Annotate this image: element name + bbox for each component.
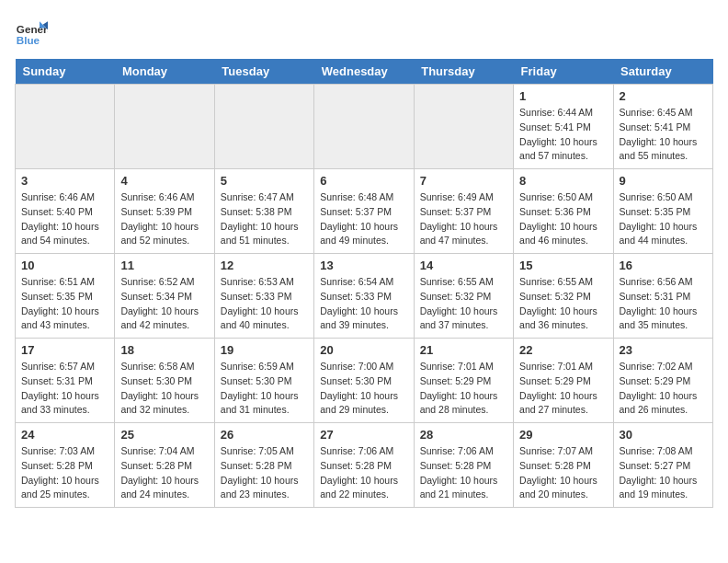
day-number: 2 bbox=[620, 89, 707, 103]
empty-cell bbox=[214, 85, 313, 169]
svg-text:Blue: Blue bbox=[17, 34, 40, 46]
day-number: 8 bbox=[519, 174, 607, 188]
week-row-2: 3Sunrise: 6:46 AM Sunset: 5:40 PM Daylig… bbox=[16, 169, 713, 254]
day-cell-16: 16Sunrise: 6:56 AM Sunset: 5:31 PM Dayli… bbox=[613, 254, 712, 339]
calendar-table: SundayMondayTuesdayWednesdayThursdayFrid… bbox=[15, 59, 713, 508]
weekday-header-row: SundayMondayTuesdayWednesdayThursdayFrid… bbox=[16, 59, 713, 85]
day-number: 21 bbox=[420, 343, 507, 357]
day-cell-21: 21Sunrise: 7:01 AM Sunset: 5:29 PM Dayli… bbox=[414, 339, 513, 423]
day-info: Sunrise: 7:01 AM Sunset: 5:29 PM Dayligh… bbox=[420, 360, 507, 418]
day-number: 25 bbox=[120, 428, 208, 442]
day-info: Sunrise: 6:57 AM Sunset: 5:31 PM Dayligh… bbox=[21, 360, 108, 418]
weekday-header-saturday: Saturday bbox=[613, 59, 712, 85]
day-number: 22 bbox=[519, 343, 607, 357]
day-info: Sunrise: 6:48 AM Sunset: 5:37 PM Dayligh… bbox=[320, 190, 407, 248]
day-cell-30: 30Sunrise: 7:08 AM Sunset: 5:27 PM Dayli… bbox=[613, 423, 712, 508]
day-cell-27: 27Sunrise: 7:06 AM Sunset: 5:28 PM Dayli… bbox=[314, 423, 414, 508]
day-info: Sunrise: 6:58 AM Sunset: 5:30 PM Dayligh… bbox=[120, 360, 208, 418]
day-cell-22: 22Sunrise: 7:01 AM Sunset: 5:29 PM Dayli… bbox=[514, 339, 613, 423]
day-cell-14: 14Sunrise: 6:55 AM Sunset: 5:32 PM Dayli… bbox=[414, 254, 513, 339]
day-info: Sunrise: 6:59 AM Sunset: 5:30 PM Dayligh… bbox=[221, 360, 308, 418]
day-number: 24 bbox=[21, 428, 108, 442]
weekday-header-sunday: Sunday bbox=[16, 59, 115, 85]
day-cell-8: 8Sunrise: 6:50 AM Sunset: 5:36 PM Daylig… bbox=[514, 169, 613, 254]
day-cell-2: 2Sunrise: 6:45 AM Sunset: 5:41 PM Daylig… bbox=[613, 85, 712, 169]
day-number: 6 bbox=[320, 174, 407, 188]
day-number: 15 bbox=[519, 259, 607, 272]
day-cell-23: 23Sunrise: 7:02 AM Sunset: 5:29 PM Dayli… bbox=[613, 339, 712, 423]
day-info: Sunrise: 6:44 AM Sunset: 5:41 PM Dayligh… bbox=[519, 106, 607, 164]
day-info: Sunrise: 6:55 AM Sunset: 5:32 PM Dayligh… bbox=[519, 275, 607, 333]
page-header: General Blue bbox=[15, 15, 713, 48]
weekday-header-tuesday: Tuesday bbox=[214, 59, 313, 85]
day-number: 10 bbox=[21, 259, 108, 272]
empty-cell bbox=[16, 85, 115, 169]
weekday-header-wednesday: Wednesday bbox=[314, 59, 414, 85]
empty-cell bbox=[314, 85, 414, 169]
day-info: Sunrise: 6:56 AM Sunset: 5:31 PM Dayligh… bbox=[620, 275, 707, 333]
day-number: 13 bbox=[320, 259, 407, 272]
day-info: Sunrise: 7:00 AM Sunset: 5:30 PM Dayligh… bbox=[320, 360, 407, 418]
day-number: 4 bbox=[120, 174, 208, 188]
day-number: 17 bbox=[21, 343, 108, 357]
day-info: Sunrise: 6:55 AM Sunset: 5:32 PM Dayligh… bbox=[420, 275, 507, 333]
week-row-4: 17Sunrise: 6:57 AM Sunset: 5:31 PM Dayli… bbox=[16, 339, 713, 423]
day-number: 9 bbox=[620, 174, 707, 188]
day-number: 11 bbox=[120, 259, 208, 272]
day-cell-29: 29Sunrise: 7:07 AM Sunset: 5:28 PM Dayli… bbox=[514, 423, 613, 508]
day-cell-18: 18Sunrise: 6:58 AM Sunset: 5:30 PM Dayli… bbox=[115, 339, 214, 423]
day-cell-7: 7Sunrise: 6:49 AM Sunset: 5:37 PM Daylig… bbox=[414, 169, 513, 254]
day-info: Sunrise: 7:08 AM Sunset: 5:27 PM Dayligh… bbox=[620, 444, 707, 502]
day-info: Sunrise: 6:53 AM Sunset: 5:33 PM Dayligh… bbox=[221, 275, 308, 333]
day-info: Sunrise: 6:50 AM Sunset: 5:35 PM Dayligh… bbox=[620, 190, 707, 248]
day-number: 5 bbox=[221, 174, 308, 188]
day-cell-19: 19Sunrise: 6:59 AM Sunset: 5:30 PM Dayli… bbox=[214, 339, 313, 423]
day-number: 14 bbox=[420, 259, 507, 272]
day-cell-1: 1Sunrise: 6:44 AM Sunset: 5:41 PM Daylig… bbox=[514, 85, 613, 169]
day-cell-13: 13Sunrise: 6:54 AM Sunset: 5:33 PM Dayli… bbox=[314, 254, 414, 339]
day-info: Sunrise: 7:01 AM Sunset: 5:29 PM Dayligh… bbox=[519, 360, 607, 418]
day-info: Sunrise: 6:46 AM Sunset: 5:39 PM Dayligh… bbox=[120, 190, 208, 248]
empty-cell bbox=[115, 85, 214, 169]
day-number: 18 bbox=[120, 343, 208, 357]
day-info: Sunrise: 6:50 AM Sunset: 5:36 PM Dayligh… bbox=[519, 190, 607, 248]
day-info: Sunrise: 7:07 AM Sunset: 5:28 PM Dayligh… bbox=[519, 444, 607, 502]
logo: General Blue bbox=[15, 15, 51, 48]
day-cell-15: 15Sunrise: 6:55 AM Sunset: 5:32 PM Dayli… bbox=[514, 254, 613, 339]
day-cell-24: 24Sunrise: 7:03 AM Sunset: 5:28 PM Dayli… bbox=[16, 423, 115, 508]
day-info: Sunrise: 6:54 AM Sunset: 5:33 PM Dayligh… bbox=[320, 275, 407, 333]
day-info: Sunrise: 7:04 AM Sunset: 5:28 PM Dayligh… bbox=[120, 444, 208, 502]
day-cell-3: 3Sunrise: 6:46 AM Sunset: 5:40 PM Daylig… bbox=[16, 169, 115, 254]
week-row-5: 24Sunrise: 7:03 AM Sunset: 5:28 PM Dayli… bbox=[16, 423, 713, 508]
day-number: 7 bbox=[420, 174, 507, 188]
day-cell-28: 28Sunrise: 7:06 AM Sunset: 5:28 PM Dayli… bbox=[414, 423, 513, 508]
weekday-header-monday: Monday bbox=[115, 59, 214, 85]
day-number: 23 bbox=[620, 343, 707, 357]
day-number: 16 bbox=[620, 259, 707, 272]
day-number: 26 bbox=[221, 428, 308, 442]
day-cell-17: 17Sunrise: 6:57 AM Sunset: 5:31 PM Dayli… bbox=[16, 339, 115, 423]
day-info: Sunrise: 7:02 AM Sunset: 5:29 PM Dayligh… bbox=[620, 360, 707, 418]
day-cell-25: 25Sunrise: 7:04 AM Sunset: 5:28 PM Dayli… bbox=[115, 423, 214, 508]
day-cell-6: 6Sunrise: 6:48 AM Sunset: 5:37 PM Daylig… bbox=[314, 169, 414, 254]
day-info: Sunrise: 6:46 AM Sunset: 5:40 PM Dayligh… bbox=[21, 190, 108, 248]
day-cell-5: 5Sunrise: 6:47 AM Sunset: 5:38 PM Daylig… bbox=[214, 169, 313, 254]
empty-cell bbox=[414, 85, 513, 169]
day-info: Sunrise: 7:03 AM Sunset: 5:28 PM Dayligh… bbox=[21, 444, 108, 502]
day-info: Sunrise: 6:45 AM Sunset: 5:41 PM Dayligh… bbox=[620, 106, 707, 164]
day-info: Sunrise: 6:51 AM Sunset: 5:35 PM Dayligh… bbox=[21, 275, 108, 333]
day-cell-11: 11Sunrise: 6:52 AM Sunset: 5:34 PM Dayli… bbox=[115, 254, 214, 339]
day-cell-4: 4Sunrise: 6:46 AM Sunset: 5:39 PM Daylig… bbox=[115, 169, 214, 254]
day-info: Sunrise: 6:47 AM Sunset: 5:38 PM Dayligh… bbox=[221, 190, 308, 248]
day-number: 12 bbox=[221, 259, 308, 272]
day-number: 27 bbox=[320, 428, 407, 442]
day-info: Sunrise: 6:52 AM Sunset: 5:34 PM Dayligh… bbox=[120, 275, 208, 333]
day-info: Sunrise: 6:49 AM Sunset: 5:37 PM Dayligh… bbox=[420, 190, 507, 248]
weekday-header-friday: Friday bbox=[514, 59, 613, 85]
day-info: Sunrise: 7:05 AM Sunset: 5:28 PM Dayligh… bbox=[221, 444, 308, 502]
logo-icon: General Blue bbox=[15, 15, 48, 48]
day-number: 28 bbox=[420, 428, 507, 442]
day-number: 19 bbox=[221, 343, 308, 357]
day-number: 20 bbox=[320, 343, 407, 357]
week-row-3: 10Sunrise: 6:51 AM Sunset: 5:35 PM Dayli… bbox=[16, 254, 713, 339]
